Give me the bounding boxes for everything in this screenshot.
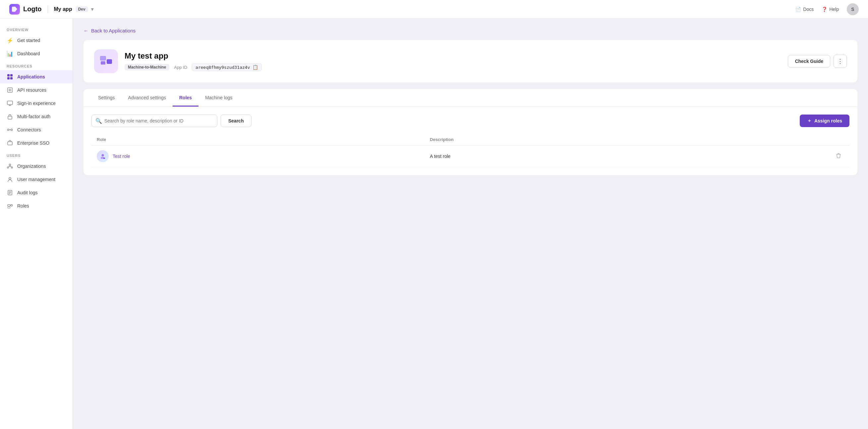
delete-role-button[interactable] [833,151,844,162]
svg-rect-16 [8,207,10,208]
table-header-row: Role Description [91,134,849,146]
tab-settings[interactable]: Settings [91,89,122,107]
svg-rect-18 [100,56,106,61]
sidebar-item-enterprise-sso[interactable]: Enterprise SSO [0,136,72,150]
docs-link[interactable]: 📄 Docs [796,7,814,12]
docs-icon: 📄 [796,7,801,12]
app-id-label: App ID [174,65,187,70]
sidebar-item-organizations[interactable]: Organizations [0,160,72,173]
sidebar-item-connectors[interactable]: Connectors [0,123,72,136]
assign-roles-button[interactable]: ＋ Assign roles [800,114,849,127]
svg-point-17 [11,205,12,206]
sidebar-item-label: Enterprise SSO [17,140,49,146]
svg-rect-19 [101,61,105,65]
logo: Logto [9,4,42,14]
tab-machine-logs-label: Machine logs [205,95,232,100]
help-link[interactable]: ❓ Help [822,7,839,12]
svg-point-11 [7,167,9,168]
search-icon: 🔍 [95,118,102,124]
role-cell-inner: Test role [97,150,420,162]
sidebar-item-sign-in-experience[interactable]: Sign-in experience [0,97,72,110]
plus-icon: ＋ [807,118,812,124]
role-actions [684,146,849,167]
trash-icon [836,153,841,160]
tab-roles[interactable]: Roles [173,89,198,107]
topbar-chevron-icon[interactable]: ▼ [90,7,95,12]
back-link-label: Back to Applications [91,28,135,33]
logo-text: Logto [23,5,42,13]
role-avatar [97,150,108,162]
role-description: A test role [425,146,684,167]
sidebar-item-label: Dashboard [17,51,40,56]
topbar-env-badge[interactable]: Dev [75,6,88,12]
sidebar-users-label: USERS [0,150,72,160]
sidebar: OVERVIEW ⚡ Get started 📊 Dashboard RESOU… [0,19,73,429]
role-cell: Test role [91,146,425,167]
svg-rect-15 [8,205,10,206]
sidebar-resources-label: RESOURCES [0,60,72,70]
app-actions: Check Guide ⋮ [788,55,847,68]
app-type-badge: Machine-to-Machine [125,64,169,70]
svg-rect-6 [8,116,12,119]
svg-rect-3 [10,77,12,79]
app-id-text: areeq8fhmy9szud31az4v [195,65,250,70]
applications-icon [7,73,13,80]
sidebar-item-dashboard[interactable]: 📊 Dashboard [0,47,72,60]
monitor-icon [7,100,13,107]
more-options-button[interactable]: ⋮ [834,55,847,68]
sidebar-item-label: Organizations [17,164,46,169]
svg-rect-5 [7,101,12,105]
table-row: Test role A test role [91,146,849,167]
search-input[interactable] [91,114,217,127]
col-description: Description [425,134,684,146]
sidebar-item-get-started[interactable]: ⚡ Get started [0,34,72,47]
api-icon [7,87,13,93]
back-chevron-icon: ← [84,28,89,33]
svg-point-12 [11,167,12,168]
svg-point-21 [102,154,104,157]
tabs-panel: Settings Advanced settings Roles Machine… [84,89,858,175]
lock-icon [7,113,13,120]
organizations-icon [7,163,13,169]
app-id-value: areeq8fhmy9szud31az4v 📋 [192,63,262,71]
copy-icon[interactable]: 📋 [252,65,258,70]
sidebar-item-label: Sign-in experience [17,101,56,106]
col-role: Role [91,134,425,146]
svg-rect-9 [8,142,12,145]
sidebar-item-label: API resources [17,88,46,93]
logo-icon [9,4,20,14]
search-input-wrap: 🔍 [91,114,217,127]
avatar-initials: S [851,7,854,12]
app-card: My test app Machine-to-Machine App ID ar… [84,40,858,82]
sidebar-item-user-management[interactable]: User management [0,173,72,186]
roles-tab-content: 🔍 Search ＋ Assign roles Role Descriptio [84,107,858,175]
roles-table: Role Description [91,134,849,167]
tab-settings-label: Settings [98,95,115,100]
sidebar-item-audit-logs[interactable]: Audit logs [0,186,72,199]
tab-machine-logs[interactable]: Machine logs [198,89,239,107]
svg-point-13 [9,177,11,179]
sidebar-item-label: Get started [17,38,40,43]
svg-rect-1 [10,74,12,76]
sidebar-item-multi-factor-auth[interactable]: Multi-factor auth [0,110,72,123]
search-button[interactable]: Search [221,114,251,127]
tab-advanced-settings[interactable]: Advanced settings [122,89,173,107]
back-to-applications-link[interactable]: ← Back to Applications [84,28,858,33]
topbar: Logto My app Dev ▼ 📄 Docs ❓ Help S [0,0,868,19]
table-header: Role Description [91,134,849,146]
docs-label: Docs [803,7,814,12]
sidebar-item-roles[interactable]: Roles [0,199,72,212]
app-info: My test app Machine-to-Machine App ID ar… [125,51,781,71]
sidebar-overview-label: OVERVIEW [0,24,72,34]
sidebar-item-api-resources[interactable]: API resources [0,84,72,97]
search-row: 🔍 Search ＋ Assign roles [91,114,849,127]
check-guide-button[interactable]: Check Guide [788,55,830,68]
sidebar-item-applications[interactable]: Applications [0,70,72,84]
audit-icon [7,189,13,196]
table-body: Test role A test role [91,146,849,167]
app-icon-box [94,49,118,73]
role-name-link[interactable]: Test role [113,154,130,159]
topbar-right: 📄 Docs ❓ Help S [796,3,859,15]
flash-icon: ⚡ [7,37,13,44]
avatar[interactable]: S [847,3,859,15]
